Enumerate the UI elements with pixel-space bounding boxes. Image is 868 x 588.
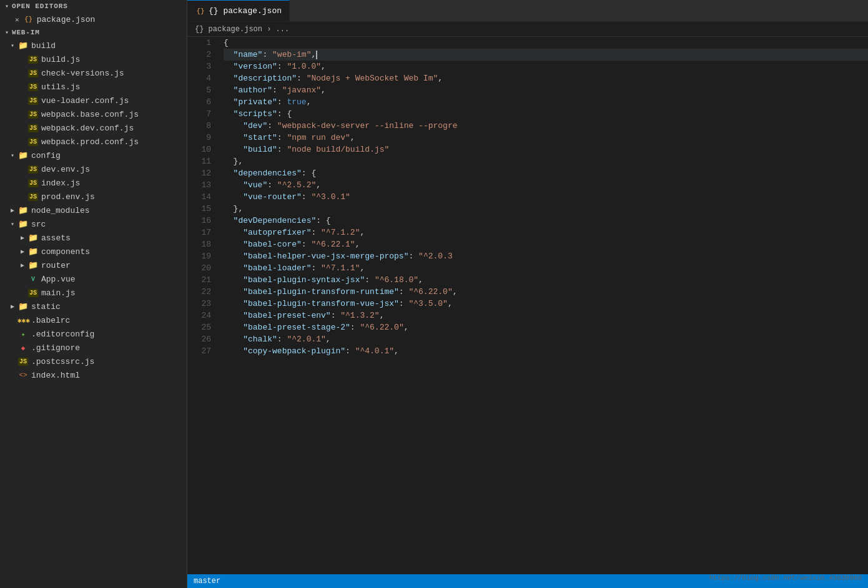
tree-item-label: build.js [41,55,80,64]
folder-arrow-icon: ▶ [17,262,27,269]
code-token: , [307,97,312,107]
folder-icon: 📁 [17,150,29,160]
js-icon: JS [27,97,39,104]
tree-item-editorconfig[interactable]: ✦.editorconfig [0,327,187,341]
code-token [224,50,234,59]
code-token: : [277,133,287,142]
code-token: "babel-loader" [243,263,311,273]
code-token: : [311,263,321,273]
tree-item-utils-js[interactable]: JSutils.js [0,80,187,94]
tree-item-assets-folder[interactable]: ▶📁assets [0,231,187,245]
line-number-5: 5 [200,84,211,96]
close-icon[interactable]: ✕ [15,16,19,24]
tree-item-webpack-dev-conf-js[interactable]: JSwebpack.dev.conf.js [0,121,187,135]
tree-item-node-modules-folder[interactable]: ▶📁node_modules [0,203,187,217]
code-token: "babel-plugin-transform-runtime" [243,287,399,296]
tree-item-label: prod.env.js [41,192,95,202]
tree-item-vue-loader-conf-js[interactable]: JSvue-loader.conf.js [0,94,187,107]
code-token [224,275,243,285]
folder-arrow-icon: ▶ [17,248,27,255]
tree-item-label: src [31,220,46,229]
code-line-3: "version": "1.0.0", [224,61,868,72]
code-token: , [311,50,316,59]
code-line-23: "babel-plugin-transform-vue-jsx": "^3.5.… [224,298,868,310]
tree-item-index-html[interactable]: <>index.html [0,368,187,382]
babelrc-icon: ✱✱✱ [17,316,29,325]
tree-item-static-folder[interactable]: ▶📁static [0,300,187,313]
gitignore-icon: ◆ [17,344,29,352]
tree-item-main-js[interactable]: JSmain.js [0,286,187,300]
tree-item-build-js[interactable]: JSbuild.js [0,52,187,66]
js-icon: JS [17,358,29,365]
code-token: "1.0.0" [287,62,321,71]
tree-item-router-folder[interactable]: ▶📁router [0,258,187,272]
tree-item-check-versions-js[interactable]: JScheck-versions.js [0,66,187,80]
tree-item-webpack-prod-conf-js[interactable]: JSwebpack.prod.conf.js [0,135,187,149]
code-token: , [380,311,385,320]
line-number-11: 11 [200,155,211,167]
tree-item-app-vue[interactable]: VApp.vue [0,272,187,286]
project-root-header[interactable]: ▾ WEB-IM [0,26,187,39]
code-token [224,169,234,178]
tree-item-components-folder[interactable]: ▶📁components [0,245,187,258]
code-token: : { [302,169,316,178]
code-token [224,97,234,107]
code-line-22: "babel-plugin-transform-runtime": "^6.22… [224,286,868,298]
tree-item-prod-env-js[interactable]: JSprod.env.js [0,190,187,203]
tree-item-label: webpack.dev.conf.js [41,124,134,133]
js-icon: JS [27,124,39,132]
code-token: "^6.22.0" [408,287,452,296]
code-line-13: "vue": "^2.5.2", [224,179,868,191]
code-line-27: "copy-webpack-plugin": "^4.0.1", [224,345,868,357]
tree-item-index-js[interactable]: JSindex.js [0,176,187,190]
line-number-13: 13 [200,179,211,191]
tree-item-gitignore[interactable]: ◆.gitignore [0,341,187,355]
cursor [316,51,317,59]
folder-arrow-icon: ▶ [7,303,17,310]
code-token: : [331,311,341,320]
code-container[interactable]: 1234567891011121314151617181920212223242… [187,37,868,574]
tree-item-src-folder[interactable]: ▾📁src [0,217,187,231]
code-token: : [302,240,312,249]
open-editor-package-json[interactable]: ✕ {} package.json [0,12,187,26]
tree-item-webpack-base-conf-js[interactable]: JSwebpack.base.conf.js [0,107,187,121]
code-line-16: "devDependencies": { [224,215,868,227]
folder-icon: 📁 [27,233,39,243]
code-token: "babel-core" [243,240,302,249]
tree-item-babelrc[interactable]: ✱✱✱.babelrc [0,313,187,327]
tree-item-dev-env-js[interactable]: JSdev.env.js [0,162,187,176]
code-token [224,299,243,308]
code-token: "author" [234,86,272,95]
tree-item-config-folder[interactable]: ▾📁config [0,149,187,162]
tree-item-postcssrc-js[interactable]: JS.postcssrc.js [0,355,187,368]
code-line-1: { [224,37,868,49]
tree-item-label: components [41,247,90,257]
code-line-20: "babel-loader": "^7.1.1", [224,262,868,274]
vue-icon: V [27,276,39,283]
code-lines: { "name": "web-im", "version": "1.0.0", … [219,37,868,574]
code-token: : [302,192,312,202]
code-token: , [404,323,409,332]
code-token: "version" [234,62,277,71]
code-token [224,180,243,190]
line-numbers: 1234567891011121314151617181920212223242… [187,37,219,574]
code-token: true [287,97,306,107]
tab-package-json[interactable]: {} {} package.json [187,0,290,21]
code-token: , [360,228,365,237]
line-number-3: 3 [200,61,211,72]
folder-icon: 📁 [17,301,29,311]
code-token [224,109,234,119]
status-bar: master [187,574,868,588]
open-editors-header[interactable]: ▾ OPEN EDITORS [0,0,187,12]
code-token: , [448,299,453,308]
code-token: "^1.3.2" [340,311,379,320]
code-token: "babel-helper-vue-jsx-merge-props" [243,252,408,261]
code-token: "name" [234,50,263,59]
code-token: "scripts" [234,109,277,119]
line-number-1: 1 [200,37,211,49]
code-token: : [399,299,409,308]
line-number-21: 21 [200,274,211,286]
folder-arrow-icon: ▾ [7,220,17,228]
code-token [224,74,234,83]
tree-item-build-folder[interactable]: ▾📁build [0,39,187,52]
